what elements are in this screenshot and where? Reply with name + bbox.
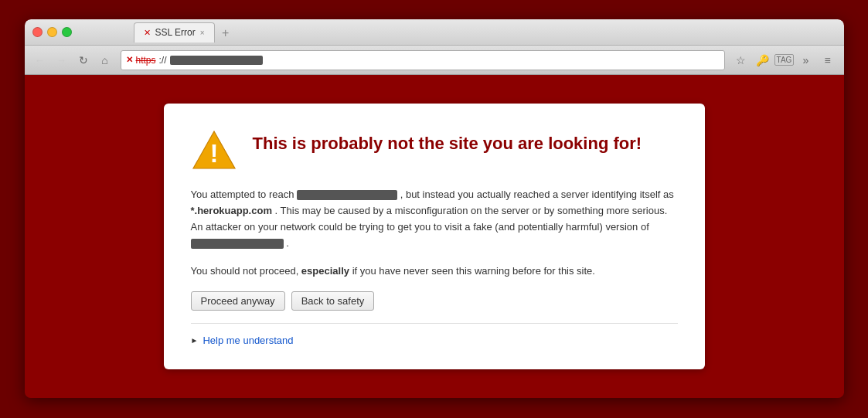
- error-title: This is probably not the site you are lo…: [253, 127, 642, 155]
- body-text-4: .: [286, 237, 289, 249]
- extensions-button[interactable]: »: [796, 50, 816, 70]
- error-header: ! This is probably not the site you are …: [191, 127, 678, 173]
- domain-redacted-2: [191, 239, 284, 249]
- action-buttons: Proceed anyway Back to safety: [191, 291, 678, 311]
- error-body: You attempted to reach , but instead you…: [191, 187, 678, 251]
- back-icon: ←: [35, 54, 46, 66]
- forward-button[interactable]: →: [53, 51, 71, 70]
- url-separator: ://: [159, 55, 167, 66]
- warning-text-1: You should not proceed,: [191, 265, 301, 277]
- browser-window: ✕ SSL Error × + ← → ↻ ⌂ ✕ ht: [25, 19, 844, 398]
- divider: [191, 323, 678, 324]
- home-icon: ⌂: [101, 54, 107, 66]
- warning-line: You should not proceed, especially if yo…: [191, 263, 678, 279]
- triangle-icon: ►: [191, 336, 199, 345]
- refresh-button[interactable]: ↻: [74, 51, 93, 70]
- back-to-safety-button[interactable]: Back to safety: [291, 291, 375, 311]
- tag-button[interactable]: TAG: [774, 50, 795, 70]
- forward-icon: →: [56, 54, 67, 66]
- body-text-1: You attempted to reach: [191, 189, 298, 200]
- warning-bold: especially: [301, 265, 349, 277]
- key-icon: 🔑: [756, 54, 769, 66]
- refresh-icon: ↻: [79, 54, 88, 66]
- warning-triangle-icon: !: [191, 127, 237, 173]
- toolbar-actions: ☆ 🔑 TAG » ≡: [731, 50, 838, 70]
- close-window-button[interactable]: [32, 27, 43, 37]
- hamburger-icon: ≡: [824, 54, 830, 66]
- page-content: ! This is probably not the site you are …: [25, 75, 844, 398]
- ssl-tab-icon: ✕: [144, 28, 151, 38]
- proceed-anyway-button[interactable]: Proceed anyway: [191, 291, 285, 311]
- warning-text-2: if you have never seen this warning befo…: [349, 265, 595, 277]
- error-card: ! This is probably not the site you are …: [164, 104, 705, 369]
- menu-button[interactable]: ≡: [818, 50, 838, 70]
- body-text-2: , but instead you actually reached a ser…: [400, 189, 674, 200]
- tab-title: SSL Error: [155, 27, 196, 38]
- new-tab-button[interactable]: +: [215, 24, 237, 42]
- https-label: https: [136, 55, 156, 66]
- tab-close-button[interactable]: ×: [200, 29, 205, 37]
- back-button[interactable]: ←: [31, 51, 49, 70]
- domain-redacted-1: [297, 190, 397, 200]
- title-bar: ✕ SSL Error × +: [25, 19, 844, 46]
- tab-bar: ✕ SSL Error × +: [72, 22, 836, 42]
- server-name: *.herokuapp.com: [191, 205, 272, 216]
- address-bar[interactable]: ✕ https ://: [121, 50, 725, 70]
- minimize-window-button[interactable]: [47, 27, 57, 37]
- url-redacted: [170, 56, 263, 65]
- help-link[interactable]: ► Help me understand: [191, 335, 678, 346]
- toolbar: ← → ↻ ⌂ ✕ https :// ☆ 🔑: [25, 46, 844, 75]
- password-button[interactable]: 🔑: [753, 50, 773, 70]
- window-buttons: [32, 27, 72, 37]
- home-button[interactable]: ⌂: [96, 51, 114, 70]
- tag-icon: TAG: [774, 54, 795, 66]
- browser-tab[interactable]: ✕ SSL Error ×: [134, 22, 215, 42]
- star-icon: ☆: [736, 54, 746, 66]
- ssl-error-icon: ✕: [126, 55, 133, 65]
- svg-text:!: !: [209, 139, 218, 168]
- maximize-window-button[interactable]: [62, 27, 72, 37]
- help-link-text: Help me understand: [203, 335, 293, 346]
- more-icon: »: [803, 54, 809, 66]
- bookmark-button[interactable]: ☆: [731, 50, 751, 70]
